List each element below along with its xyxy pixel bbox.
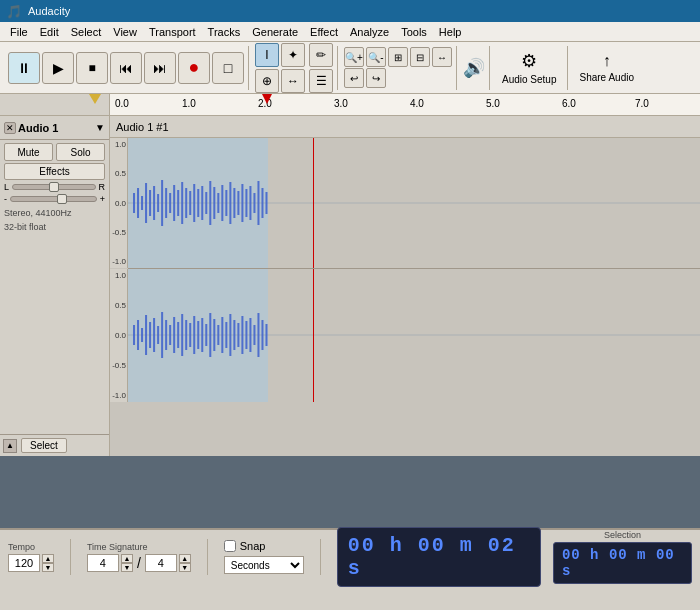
svg-rect-62 xyxy=(237,323,239,347)
svg-rect-51 xyxy=(193,316,195,354)
menu-help[interactable]: Help xyxy=(433,25,468,39)
time-sig-denominator[interactable] xyxy=(145,554,177,572)
tool-select[interactable]: ✦ xyxy=(281,43,305,67)
monitor-button[interactable]: □ xyxy=(212,52,244,84)
svg-rect-54 xyxy=(205,324,207,346)
track-controls-body: Mute Solo Effects L R - + Stereo, 44100H… xyxy=(0,140,109,434)
record-button[interactable]: ● xyxy=(178,52,210,84)
waveform-canvas-bottom[interactable] xyxy=(128,269,700,402)
next-button[interactable]: ⏭ xyxy=(144,52,176,84)
audio-setup-label: Audio Setup xyxy=(502,74,557,85)
time-sig-num-down[interactable]: ▼ xyxy=(121,563,133,572)
pan-slider[interactable] xyxy=(12,184,95,190)
time-sig-den-up[interactable]: ▲ xyxy=(179,554,191,563)
time-sig-row: ▲ ▼ / ▲ ▼ xyxy=(87,554,191,572)
time-sig-den-down[interactable]: ▼ xyxy=(179,563,191,572)
title-bar: 🎵 Audacity xyxy=(0,0,700,22)
pause-button[interactable]: ⏸ xyxy=(8,52,40,84)
time-sig-den-spinners: ▲ ▼ xyxy=(179,554,191,572)
track-close-button[interactable]: ✕ xyxy=(4,122,16,134)
track-info-line2: 32-bit float xyxy=(4,222,105,232)
tempo-input[interactable] xyxy=(8,554,40,572)
tempo-up-btn[interactable]: ▲ xyxy=(42,554,54,563)
play-button[interactable]: ▶ xyxy=(42,52,74,84)
time-sig-numerator[interactable] xyxy=(87,554,119,572)
audio-setup-button[interactable]: ⚙ Audio Setup xyxy=(496,48,563,87)
collapse-button[interactable]: ▲ xyxy=(3,439,17,453)
svg-rect-19 xyxy=(205,192,207,214)
zoom-width-btn[interactable]: ↔ xyxy=(432,47,452,67)
time-sig-num-up[interactable]: ▲ xyxy=(121,554,133,563)
ruler-numbers: 0.0 1.0 2.0 3.0 4.0 5.0 6.0 7.0 xyxy=(110,94,700,115)
audio-setup-section: ⚙ Audio Setup xyxy=(492,46,568,90)
waveform-svg-bottom xyxy=(128,269,700,402)
zoom-fit-btn[interactable]: ⊟ xyxy=(410,47,430,67)
ruler-left-spacer xyxy=(0,94,110,115)
tool-multi[interactable]: ☰ xyxy=(309,69,333,93)
tempo-input-row: ▲ ▼ xyxy=(8,554,54,572)
stop-button[interactable]: ■ xyxy=(76,52,108,84)
effects-button[interactable]: Effects xyxy=(4,163,105,180)
svg-rect-23 xyxy=(221,185,223,221)
menu-bar: File Edit Select View Transport Tracks G… xyxy=(0,22,700,42)
menu-analyze[interactable]: Analyze xyxy=(344,25,395,39)
svg-rect-59 xyxy=(225,322,227,348)
redo-btn[interactable]: ↪ xyxy=(366,68,386,88)
tool-slide[interactable]: ↔ xyxy=(281,69,305,93)
menu-tools[interactable]: Tools xyxy=(395,25,433,39)
select-track-button[interactable]: Select xyxy=(21,438,67,453)
track-panel: ✕ Audio 1 ▼ Mute Solo Effects L R - xyxy=(0,116,110,456)
prev-button[interactable]: ⏮ xyxy=(110,52,142,84)
tool-draw[interactable]: ✏ xyxy=(309,43,333,67)
bottom-bar: Tempo ▲ ▼ Time Signature ▲ ▼ / xyxy=(0,528,700,584)
ruler-mark-3: 3.0 xyxy=(334,98,348,109)
empty-area xyxy=(0,456,700,528)
svg-rect-14 xyxy=(185,188,187,218)
ruler-mark-7: 7.0 xyxy=(635,98,649,109)
track-dropdown-button[interactable]: ▼ xyxy=(95,122,105,133)
svg-rect-26 xyxy=(233,188,235,218)
menu-select[interactable]: Select xyxy=(65,25,108,39)
svg-rect-50 xyxy=(189,323,191,347)
waveform-svg-top xyxy=(128,138,700,268)
svg-rect-7 xyxy=(157,194,159,212)
zoom-out-btn[interactable]: 🔍- xyxy=(366,47,386,67)
snap-row: Snap xyxy=(224,540,304,552)
menu-edit[interactable]: Edit xyxy=(34,25,65,39)
svg-rect-31 xyxy=(253,193,255,213)
menu-transport[interactable]: Transport xyxy=(143,25,202,39)
tool-zoom[interactable]: ⊕ xyxy=(255,69,279,93)
svg-rect-36 xyxy=(133,325,135,345)
waveform-canvas-top[interactable] xyxy=(128,138,700,268)
menu-file[interactable]: File xyxy=(4,25,34,39)
scale-bottom: 1.0 0.5 0.0 -0.5 -1.0 xyxy=(110,269,128,402)
mute-button[interactable]: Mute xyxy=(4,143,53,161)
tempo-down-btn[interactable]: ▼ xyxy=(42,563,54,572)
menu-effect[interactable]: Effect xyxy=(304,25,344,39)
svg-rect-6 xyxy=(153,186,155,220)
svg-rect-68 xyxy=(261,320,263,350)
track-info-line1: Stereo, 44100Hz xyxy=(4,208,105,218)
solo-button[interactable]: Solo xyxy=(56,143,105,161)
svg-rect-16 xyxy=(193,184,195,222)
tool-ibeam[interactable]: I xyxy=(255,43,279,67)
snap-checkbox[interactable] xyxy=(224,540,236,552)
menu-generate[interactable]: Generate xyxy=(246,25,304,39)
svg-rect-60 xyxy=(229,314,231,356)
share-audio-button[interactable]: ↑ Share Audio xyxy=(574,50,641,85)
menu-tracks[interactable]: Tracks xyxy=(202,25,247,39)
waveform-area[interactable]: Audio 1 #1 1.0 0.5 0.0 -0.5 -1.0 xyxy=(110,116,700,456)
ruler-mark-5: 5.0 xyxy=(486,98,500,109)
selection-time: 00 h 00 m 00 s xyxy=(553,542,692,584)
time-sig-den-row: ▲ ▼ xyxy=(145,554,191,572)
zoom-in-btn[interactable]: 🔍+ xyxy=(344,47,364,67)
gain-thumb[interactable] xyxy=(57,194,67,204)
snap-dropdown[interactable]: Seconds xyxy=(224,556,304,574)
svg-rect-42 xyxy=(157,326,159,344)
menu-view[interactable]: View xyxy=(107,25,143,39)
pan-thumb[interactable] xyxy=(49,182,59,192)
undo-btn[interactable]: ↩ xyxy=(344,68,364,88)
gain-slider[interactable] xyxy=(10,196,97,202)
svg-rect-30 xyxy=(249,186,251,220)
zoom-sel-btn[interactable]: ⊞ xyxy=(388,47,408,67)
